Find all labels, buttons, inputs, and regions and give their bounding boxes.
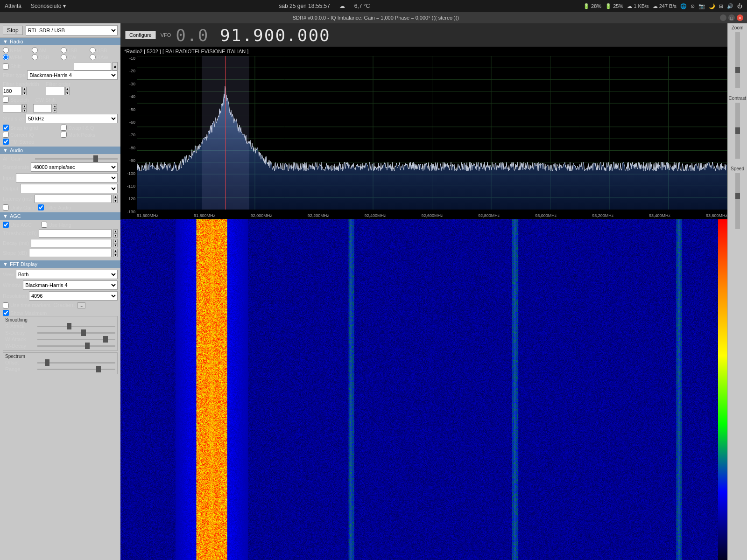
shift-label: Shift xyxy=(10,63,21,69)
window-controls[interactable]: − □ × xyxy=(720,14,743,21)
decay-spin-up[interactable]: ▲ xyxy=(113,239,118,243)
latency-input[interactable] xyxy=(35,195,112,203)
correct-iq-checkbox[interactable]: Correct IQ xyxy=(3,132,60,138)
filter-type-select[interactable]: Blackman-Harris 4 xyxy=(27,70,118,80)
threshold-spin-down[interactable]: ▼ xyxy=(113,233,118,238)
steam-icon[interactable]: ⊙ xyxy=(691,3,695,9)
w-decay-slider[interactable] xyxy=(37,345,115,347)
snap-to-grid-checkbox[interactable]: Snap to grid xyxy=(3,125,60,131)
s-decay-slider[interactable] xyxy=(37,332,115,334)
time-markers-checkbox[interactable]: Use time markers xyxy=(3,302,50,308)
swap-iq-checkbox[interactable]: Swap I & Q xyxy=(61,125,118,131)
radio-section-header[interactable]: ▼ Radio xyxy=(0,38,120,45)
maximize-button[interactable]: □ xyxy=(728,14,735,21)
shift-input[interactable] xyxy=(74,62,111,70)
mode-usb[interactable]: USB xyxy=(90,47,118,53)
mode-cw[interactable]: CW xyxy=(61,54,89,60)
mode-raw[interactable]: RAW xyxy=(90,54,118,60)
audio-panel-content: AF Gain Samplerate 48000 sample/sec Inpu… xyxy=(0,154,120,212)
zoom-slider[interactable] xyxy=(735,32,740,88)
bandwidth-spin-up[interactable]: ▲ xyxy=(22,87,27,91)
configure-button[interactable]: Configure xyxy=(125,31,156,39)
mode-am[interactable]: AM xyxy=(32,47,60,53)
use-hang-checkbox[interactable]: Use Hang xyxy=(41,222,71,228)
view-select[interactable]: Both xyxy=(16,270,118,279)
vfo-label: VFO xyxy=(161,32,171,38)
filter-order-input[interactable] xyxy=(46,87,64,95)
speed-slider[interactable] xyxy=(735,173,740,229)
squelch-checkbox[interactable]: Squelch xyxy=(3,97,29,103)
mode-wfm[interactable]: WFM xyxy=(3,54,31,60)
squelch-spin-down[interactable]: ▼ xyxy=(22,108,27,112)
audio-section-header[interactable]: ▼ Audio xyxy=(0,147,120,154)
resolution-row: Resolution 4096 xyxy=(3,291,118,301)
threshold-input[interactable] xyxy=(39,229,112,238)
radio-panel-content: NFM AM LSB USB WFM DSB CW RAW Shift xyxy=(0,45,120,147)
mark-peaks-checkbox[interactable]: Mark Peaks xyxy=(61,132,118,138)
output-select[interactable] xyxy=(20,184,118,193)
audio-checkboxes: Unity Gain Filter Audio xyxy=(3,204,118,210)
decay-input[interactable] xyxy=(31,239,112,247)
offset-row: Offset xyxy=(5,360,115,365)
latency-spin-down[interactable]: ▼ xyxy=(113,199,118,203)
stop-button[interactable]: Stop xyxy=(3,26,23,35)
latency-spin-up[interactable]: ▲ xyxy=(113,195,118,199)
shift-checkbox[interactable]: Shift ▲ xyxy=(3,62,118,70)
slope-spin-up[interactable]: ▲ xyxy=(113,249,118,253)
cw-spin-down[interactable]: ▼ xyxy=(53,108,57,112)
filter-bandwidth-input[interactable] xyxy=(3,87,21,95)
main-layout: Stop RTL-SDR / USB ▼ Radio NFM AM LSB US… xyxy=(0,23,747,560)
show-maximum-checkbox[interactable]: Show Maximum xyxy=(3,310,118,316)
unity-gain-checkbox[interactable]: Unity Gain xyxy=(3,204,34,210)
s-attack-row: S-Attack xyxy=(5,323,115,329)
waterfall-panel xyxy=(120,219,747,560)
mode-nfm[interactable]: NFM xyxy=(3,47,31,53)
activities-label[interactable]: Attività xyxy=(5,3,21,9)
samplerate-select[interactable]: 48000 sample/sec xyxy=(31,162,118,172)
fm-stereo-checkbox[interactable]: FM Stereo xyxy=(3,139,60,145)
waterfall-canvas xyxy=(120,219,727,560)
use-hang-label: Use Hang xyxy=(49,222,71,228)
power-icon[interactable]: ⏻ xyxy=(737,3,742,9)
fft-section-header[interactable]: ▼ FFT Display xyxy=(0,260,120,268)
minimize-button[interactable]: − xyxy=(720,14,726,21)
window-select[interactable]: Blackman-Harris 4 xyxy=(23,280,118,290)
cw-spin-up[interactable]: ▲ xyxy=(53,104,57,108)
af-gain-slider[interactable] xyxy=(35,158,118,160)
temperature-label: 6,7 °C xyxy=(354,3,370,9)
slope-input[interactable] xyxy=(29,249,112,257)
bandwidth-spin-down[interactable]: ▼ xyxy=(22,91,27,95)
s-attack-slider[interactable] xyxy=(37,326,115,327)
agc-section-header[interactable]: ▼ AGC xyxy=(0,212,120,220)
unknown-label[interactable]: Sconosciuto ▾ xyxy=(31,3,66,9)
vfo-display-bar: Configure VFO 0.0 91.900.000 xyxy=(120,23,747,47)
offset-slider[interactable] xyxy=(37,362,115,364)
order-spin-down[interactable]: ▼ xyxy=(65,91,70,95)
resolution-select[interactable]: 4096 xyxy=(29,291,118,301)
step-size-select[interactable]: 50 kHz xyxy=(26,114,118,123)
filter-audio-checkbox[interactable]: Filter Audio xyxy=(38,204,71,210)
app-title: SDR# v0.0.0.0 - IQ Imbalance: Gain = 1,0… xyxy=(32,15,720,21)
slope-row: Slope (dB) ▲ ▼ xyxy=(3,249,118,257)
volume-icon[interactable]: 🔊 xyxy=(727,3,733,9)
cw-shift-input[interactable] xyxy=(33,104,52,112)
threshold-spin-up[interactable]: ▲ xyxy=(113,229,118,233)
device-select[interactable]: RTL-SDR / USB xyxy=(26,25,118,35)
input-select[interactable] xyxy=(16,173,118,182)
squelch-spin-up[interactable]: ▲ xyxy=(22,104,27,108)
order-spin-up[interactable]: ▲ xyxy=(65,87,70,91)
shift-spin-up[interactable]: ▲ xyxy=(113,62,118,70)
gradient-button[interactable]: ... xyxy=(78,302,85,308)
mode-lsb[interactable]: LSB xyxy=(61,47,89,53)
filter-bandwidth-label: Filter bandwidth xyxy=(3,81,39,87)
range-slider[interactable] xyxy=(37,369,115,370)
w-attack-slider[interactable] xyxy=(37,339,115,340)
decay-spin-down[interactable]: ▼ xyxy=(113,243,118,247)
mode-dsb[interactable]: DSB xyxy=(32,54,60,60)
slope-spin-down[interactable]: ▼ xyxy=(113,253,118,257)
use-agc-checkbox[interactable]: Use AGC xyxy=(3,222,32,228)
squelch-input[interactable] xyxy=(3,104,21,112)
close-button[interactable]: × xyxy=(737,14,743,21)
left-panel-scroll[interactable]: ▼ Radio NFM AM LSB USB WFM DSB CW RAW xyxy=(0,38,120,560)
contrast-slider[interactable] xyxy=(735,103,740,159)
